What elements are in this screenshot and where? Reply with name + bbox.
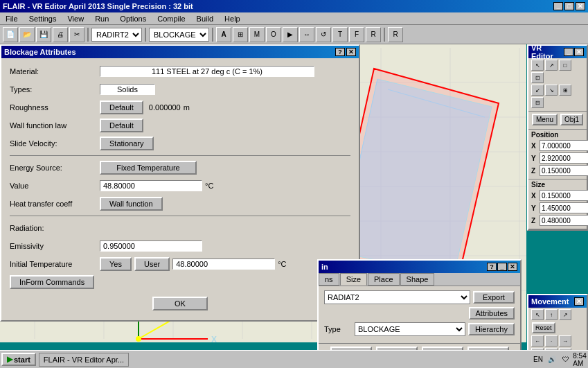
reset-button[interactable]: Reset xyxy=(532,322,555,333)
toolbar-btn-f[interactable]: F xyxy=(349,27,364,42)
vr-pos-z-input[interactable] xyxy=(540,165,588,176)
toolbar-open[interactable]: 📂 xyxy=(19,27,35,42)
vr-size-y-input[interactable] xyxy=(540,202,588,213)
inner-minimize-btn[interactable]: _ xyxy=(497,263,507,271)
menu-compile[interactable]: Compile xyxy=(154,14,188,24)
blockage-title-text: Blockage Attributes xyxy=(4,48,76,56)
init-temp-user-btn[interactable]: User xyxy=(134,257,170,271)
init-temp-input[interactable] xyxy=(172,259,275,270)
toolbar-btn-a[interactable]: A xyxy=(216,27,231,42)
blockage-help-btn[interactable]: ? xyxy=(335,48,345,56)
move-ul[interactable]: ↖ xyxy=(531,309,544,320)
tab-size[interactable]: Size xyxy=(340,273,367,286)
vr-minimize[interactable]: _ xyxy=(564,48,573,56)
roughness-default-btn[interactable]: Default xyxy=(100,100,143,114)
type-dropdown[interactable]: BLOCKAGE xyxy=(355,322,465,336)
emissivity-input[interactable] xyxy=(100,240,202,252)
toolbar-btn-rotate[interactable]: ↺ xyxy=(316,27,331,42)
start-button[interactable]: ▶ start xyxy=(1,353,36,366)
minimize-button[interactable]: _ xyxy=(553,2,563,10)
blockage-content: Material: 111 STEEL at 27 deg c (C = 1%)… xyxy=(1,58,359,320)
move-center[interactable]: · xyxy=(545,335,558,347)
vr-size-z-input[interactable] xyxy=(540,215,588,226)
inner-type-row: Type BLOCKAGE Hierarchy xyxy=(324,322,515,336)
inform-btn[interactable]: InForm Commands xyxy=(10,275,94,289)
hierarchy-button[interactable]: Hierarchy xyxy=(468,323,515,335)
move-up[interactable]: ↑ xyxy=(545,309,558,320)
blockage-close-btn[interactable]: ✕ xyxy=(346,48,356,56)
menu-file[interactable]: File xyxy=(3,14,21,24)
toolbar-btn-r2[interactable]: R xyxy=(366,27,381,42)
menu-options[interactable]: Options xyxy=(117,14,149,24)
vr-icon-1[interactable]: ↖ xyxy=(531,60,544,71)
toolbar-btn-o[interactable]: O xyxy=(266,27,281,42)
toolbar-save[interactable]: 💾 xyxy=(36,27,51,42)
maximize-button[interactable]: □ xyxy=(564,2,574,10)
vr-icon-4[interactable]: ⊡ xyxy=(531,72,544,83)
move-right[interactable]: → xyxy=(559,335,571,347)
material-label: Material: xyxy=(10,67,100,76)
move-left[interactable]: ← xyxy=(531,335,544,347)
inner-close-btn[interactable]: ✕ xyxy=(508,263,517,271)
vr-position-label: Position xyxy=(531,131,584,139)
vr-icon-7[interactable]: ⊞ xyxy=(559,85,571,96)
vr-icon-3[interactable]: □ xyxy=(559,60,571,71)
vr-icon-5[interactable]: ↙ xyxy=(531,85,544,96)
taskbar-flair-label: FLAIR - VR Editor Apr... xyxy=(44,356,124,364)
material-value[interactable]: 111 STEEL at 27 deg c (C = 1%) xyxy=(100,66,314,77)
toolbar-btn-arrows[interactable]: ↔ xyxy=(299,27,314,42)
menu-view[interactable]: View xyxy=(64,14,87,24)
toolbar-new[interactable]: 📄 xyxy=(3,27,18,42)
init-temp-unit: °C xyxy=(278,260,286,268)
vr-pos-z-row: Z ▲ xyxy=(531,165,584,176)
toolbar-btn-t[interactable]: T xyxy=(332,27,348,42)
vr-size-section: Size X ▲ Y ▲ Z ▲ xyxy=(528,179,587,229)
export-button[interactable]: Export xyxy=(473,291,515,304)
menu-settings[interactable]: Settings xyxy=(26,14,60,24)
movement-title: Movement ✕ xyxy=(528,295,587,308)
menu-help[interactable]: Help xyxy=(222,14,243,24)
slide-vel-btn[interactable]: Stationary xyxy=(100,137,154,150)
types-value[interactable]: Solids xyxy=(100,84,155,95)
init-temp-yes-btn[interactable]: Yes xyxy=(100,257,132,271)
tray-volume: 🔊 xyxy=(546,354,558,365)
blockage-dialog-title: Blockage Attributes ? ✕ xyxy=(1,46,359,58)
value-input[interactable] xyxy=(100,180,202,191)
vr-pos-y-input[interactable] xyxy=(540,152,588,164)
wall-law-btn[interactable]: Default xyxy=(100,119,143,132)
toolbar-print[interactable]: 🖨 xyxy=(53,27,68,42)
close-button[interactable]: ✕ xyxy=(576,2,585,10)
attributes-button[interactable]: Attributes xyxy=(469,307,515,319)
heat-coeff-btn[interactable]: Wall function xyxy=(100,197,163,211)
ok-button[interactable]: OK xyxy=(152,297,208,310)
vr-pos-x-input[interactable] xyxy=(540,140,588,151)
separator1 xyxy=(10,155,350,156)
toolbar-dropdown-2[interactable]: BLOCKAGE xyxy=(149,28,209,42)
vr-icon-2[interactable]: ↗ xyxy=(545,60,558,71)
vr-close[interactable]: ✕ xyxy=(574,48,584,56)
toolbar-btn-m[interactable]: M xyxy=(249,27,265,42)
vr-obj-button[interactable]: Obj1 xyxy=(560,114,583,125)
inner-help-btn[interactable]: ? xyxy=(487,263,497,271)
vr-icon-6[interactable]: ↘ xyxy=(545,85,558,96)
toolbar: 📄 📂 💾 🖨 ✂ RADIRT2 BLOCKAGE A ⊞ M O ▶ ↔ ↺… xyxy=(0,25,588,44)
toolbar-btn-grid[interactable]: ⊞ xyxy=(233,27,248,42)
movement-close[interactable]: ✕ xyxy=(574,297,584,306)
tab-place[interactable]: Place xyxy=(368,273,400,286)
tab-ns[interactable]: ns xyxy=(319,273,339,286)
roughness-row: Roughness Default 0.000000 m xyxy=(10,100,350,115)
vr-menu-button[interactable]: Menu xyxy=(532,114,558,125)
tab-shape[interactable]: Shape xyxy=(400,273,435,286)
move-ur[interactable]: ↗ xyxy=(559,309,571,320)
vr-icon-8[interactable]: ⊟ xyxy=(531,97,544,108)
toolbar-dropdown-1[interactable]: RADIRT2 xyxy=(91,28,142,42)
toolbar-cut[interactable]: ✂ xyxy=(69,27,84,42)
toolbar-btn-r[interactable]: ▶ xyxy=(283,27,298,42)
menu-build[interactable]: Build xyxy=(194,14,216,24)
vr-size-x-input[interactable] xyxy=(540,190,588,201)
menu-run[interactable]: Run xyxy=(92,14,112,24)
energy-source-btn[interactable]: Fixed Temperature xyxy=(100,161,197,175)
radiat-dropdown[interactable]: RADIAT2 xyxy=(324,290,470,304)
toolbar-btn-extra[interactable]: R xyxy=(388,27,403,42)
taskbar-flair-item[interactable]: FLAIR - VR Editor Apr... xyxy=(39,353,129,367)
